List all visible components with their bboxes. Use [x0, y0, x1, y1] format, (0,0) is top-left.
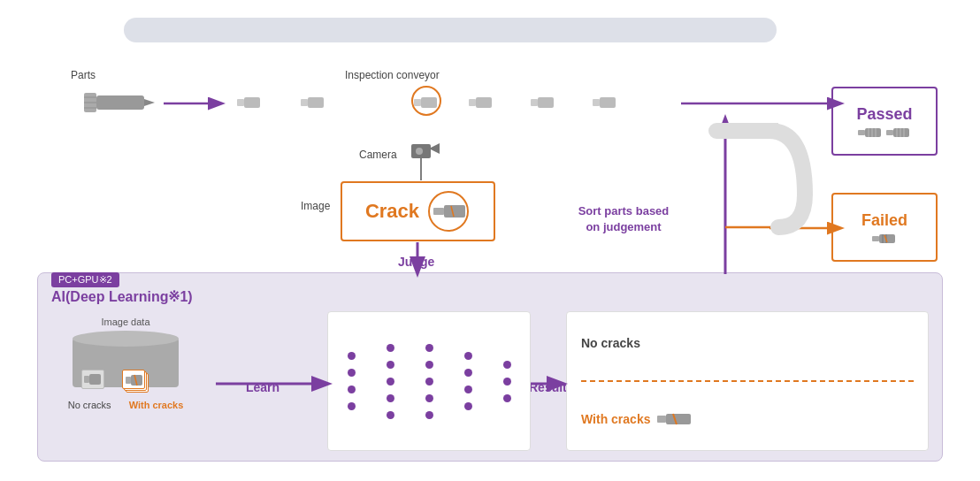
svg-rect-6: [893, 128, 909, 137]
cylinder-labels: No cracks With cracks: [68, 400, 184, 410]
svg-rect-34: [421, 97, 437, 108]
page-container: Example of automated inspection Parts In…: [0, 0, 980, 481]
svg-rect-1: [865, 128, 881, 137]
with-cracks-sample: [122, 370, 145, 389]
image-label: Image: [301, 200, 330, 212]
cylinder-top: [73, 331, 179, 347]
cylinder-shape: [73, 331, 179, 394]
svg-rect-40: [600, 97, 616, 108]
camera-label: Camera: [359, 149, 397, 161]
nn-dot: [387, 361, 394, 369]
svg-rect-33: [414, 99, 421, 106]
svg-rect-29: [244, 97, 260, 108]
svg-rect-56: [96, 95, 144, 110]
svg-rect-37: [531, 99, 538, 106]
crack-box: Crack: [341, 181, 495, 241]
nn-dot: [387, 394, 394, 402]
nn-layer-3: [425, 344, 433, 419]
passed-box: Passed: [831, 87, 938, 156]
no-cracks-label: No cracks: [68, 400, 111, 410]
nn-dot: [348, 352, 356, 360]
svg-rect-16: [433, 208, 444, 215]
passed-screws: [858, 127, 911, 138]
nn-layer-5: [503, 361, 511, 402]
svg-rect-10: [872, 236, 879, 241]
parts-label: Parts: [71, 69, 96, 81]
result-box: No cracks With cracks: [566, 311, 929, 451]
nn-layer-1: [348, 352, 356, 410]
svg-rect-25: [666, 414, 691, 424]
image-data-area: Image data: [55, 317, 196, 447]
screw-icon-passed1: [858, 127, 883, 138]
svg-rect-17: [444, 205, 465, 218]
pc-gpu-badge: PC+GPU※2: [51, 272, 119, 287]
nn-dot: [464, 369, 472, 377]
cylinder-samples: [81, 370, 145, 389]
neural-net-inner: [328, 312, 530, 450]
nn-dot: [503, 378, 511, 386]
crack-screw-icon: [426, 189, 471, 233]
no-cracks-sample: [81, 370, 104, 389]
inspection-conveyor-label: Inspection conveyor: [345, 69, 440, 81]
failed-label: Failed: [861, 211, 907, 230]
svg-marker-46: [431, 143, 440, 154]
nn-dot: [425, 378, 433, 386]
nn-dot: [348, 369, 356, 377]
image-data-label: Image data: [101, 317, 149, 327]
nn-dot: [425, 411, 433, 419]
svg-rect-38: [538, 97, 554, 108]
svg-rect-5: [886, 130, 893, 135]
nn-dot: [387, 411, 394, 419]
result-label: Result: [529, 380, 567, 394]
svg-rect-30: [301, 99, 308, 106]
ai-title: AI(Deep Learning※1): [51, 288, 193, 305]
svg-rect-21: [126, 377, 131, 384]
learn-label: Learn: [246, 380, 279, 394]
result-cracked-screw: [657, 412, 693, 426]
passed-label: Passed: [856, 105, 912, 124]
svg-rect-24: [657, 416, 666, 423]
svg-rect-0: [858, 130, 865, 135]
svg-rect-20: [89, 374, 101, 385]
nn-dot: [464, 386, 472, 393]
result-no-cracks: No cracks: [581, 336, 914, 350]
svg-rect-19: [84, 376, 89, 383]
neural-net-box: [327, 311, 531, 451]
nn-dot: [348, 386, 356, 393]
nn-layer-4: [464, 352, 472, 410]
nn-dot: [348, 402, 356, 410]
nn-dot: [425, 344, 433, 352]
svg-marker-57: [144, 99, 155, 106]
nn-dot: [425, 394, 433, 402]
svg-point-47: [416, 148, 423, 155]
nn-dot: [387, 378, 394, 386]
svg-rect-52: [84, 93, 96, 112]
svg-rect-39: [593, 99, 600, 106]
nn-dot: [464, 402, 472, 410]
result-with-cracks: With cracks: [581, 412, 914, 426]
conveyor-belt: [124, 18, 777, 42]
sort-label: Sort parts basedon judgement: [566, 203, 681, 235]
failed-box: Failed: [831, 193, 938, 262]
crack-label: Crack: [365, 200, 419, 223]
svg-rect-36: [476, 97, 492, 108]
nn-dot: [503, 361, 511, 369]
svg-rect-45: [411, 144, 431, 158]
nn-dot: [387, 344, 394, 352]
screw-icon-failed: [872, 233, 897, 244]
result-divider: [581, 380, 914, 382]
svg-rect-35: [469, 99, 476, 106]
svg-point-32: [412, 87, 440, 115]
with-cracks-label: With cracks: [129, 400, 184, 410]
screw-icon-passed2: [886, 127, 911, 138]
svg-rect-28: [237, 99, 244, 106]
svg-rect-31: [308, 97, 324, 108]
nn-dot: [503, 394, 511, 402]
nn-layer-2: [387, 344, 394, 419]
nn-dot: [464, 352, 472, 360]
nn-dot: [425, 361, 433, 369]
judge-label: Judge: [398, 255, 434, 269]
